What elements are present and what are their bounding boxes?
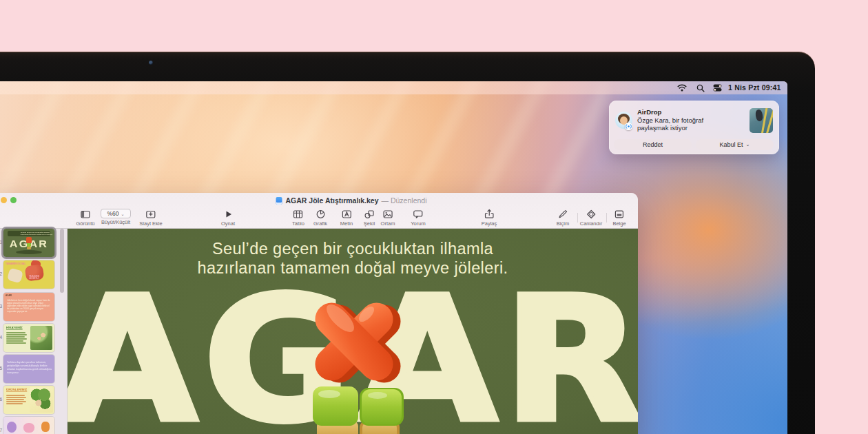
mini-blob <box>41 422 50 432</box>
jelly-stack-graphic <box>300 289 414 434</box>
slide-thumbnail-1[interactable]: Seul’de geçen bir çocukluktan ilhamla ha… <box>3 229 54 257</box>
table-button[interactable]: Tablo <box>292 209 304 227</box>
chart-icon <box>314 209 326 220</box>
mini-text-line <box>6 338 27 340</box>
photo-subject <box>755 109 763 121</box>
chevron-down-icon: ⌄ <box>746 142 750 147</box>
comment-button[interactable]: Yorum <box>411 209 425 227</box>
add-slide-icon <box>145 209 156 220</box>
chevron-down-icon: ⌄ <box>121 211 124 216</box>
mini-photo <box>30 387 53 413</box>
slide-number: 7 <box>0 428 2 433</box>
media-button[interactable]: Ortam <box>381 209 395 227</box>
decline-button[interactable]: Reddet <box>614 139 692 150</box>
laptop-bezel: 1 Nis Pzt 09:41 AirDrop Özge Kara, bir f… <box>0 52 815 434</box>
text-icon <box>341 209 353 220</box>
zoom-dropdown[interactable]: %60⌄ <box>101 209 131 218</box>
table-icon <box>293 209 304 220</box>
slide-number: 3 <box>0 304 2 309</box>
mini-title: ÜRÜNLERİMİZ <box>6 389 27 392</box>
document-icon <box>614 209 626 220</box>
slide-thumbnail-4[interactable]: HİKAYEMİZ <box>3 324 54 352</box>
sidebar-scrollbar[interactable] <box>60 229 64 293</box>
mini-title: HİKAYEMİZ <box>6 327 23 330</box>
chart-button[interactable]: Grafik <box>313 209 327 227</box>
slide-thumbnail-3[interactable]: AGAR Jölelerimiz hem doğal olarak vegan … <box>3 293 54 321</box>
notification-message-line2: paylaşmak istiyor <box>637 124 688 132</box>
wifi-icon[interactable] <box>677 84 687 92</box>
mini-text-line <box>6 403 23 404</box>
airdrop-notification[interactable]: AirDrop Özge Kara, bir fotoğraf paylaşma… <box>609 101 779 154</box>
control-center-icon[interactable] <box>713 84 722 92</box>
mini-jelly-cream <box>7 268 23 283</box>
toolbar-separator <box>577 213 578 223</box>
minimize-button[interactable] <box>1 197 7 203</box>
mini-jelly-tan <box>27 247 31 249</box>
slide-thumbnail-2[interactable]: TAMAMEN DOĞAL TAMAMEN LEZZETLİ <box>3 260 54 289</box>
keynote-window: AGAR Jöle Atıştırmalık.key— Düzenlendi G… <box>0 193 638 434</box>
notification-message-line1: Özge Kara, bir fotoğraf <box>637 116 703 124</box>
search-icon[interactable] <box>696 84 705 92</box>
animate-button[interactable]: Canlandır <box>580 209 603 227</box>
mini-blob <box>23 423 34 433</box>
menu-bar-clock[interactable]: 1 Nis Pzt 09:41 <box>728 83 781 92</box>
mini-text-line <box>6 395 25 396</box>
slide-number: 4 <box>0 335 2 340</box>
mini-photo <box>30 326 52 350</box>
airdrop-badge-icon <box>625 123 632 130</box>
mini-text-line <box>6 397 26 398</box>
toolbar-separator <box>606 213 607 223</box>
slide-thumbnail-6[interactable]: ÜRÜNLERİMİZ <box>3 386 54 414</box>
notification-title: AirDrop <box>637 108 661 116</box>
mini-jelly-shadow <box>16 250 42 254</box>
accept-button[interactable]: Kabul Et⌄ <box>696 139 774 150</box>
play-button[interactable]: Oynat <box>221 209 235 227</box>
slide-heading-line1: Seul’de geçen bir çocukluktan ilhamla <box>68 240 638 259</box>
shared-photo-thumbnail <box>750 108 773 133</box>
mini-text-line <box>6 332 25 333</box>
shape-button[interactable]: Şekil <box>364 209 375 227</box>
slide-number: 6 <box>0 397 2 402</box>
menu-bar: 1 Nis Pzt 09:41 <box>0 81 787 94</box>
window-chrome: AGAR Jöle Atıştırmalık.key— Düzenlendi G… <box>0 193 638 229</box>
mini-text-line <box>6 342 26 344</box>
mini-paragraph: Tatlılara duyulan çocuksu tutkunun, yeti… <box>7 360 53 374</box>
view-icon <box>79 209 91 220</box>
mini-text-line <box>6 336 25 338</box>
document-button[interactable]: Belge <box>612 209 626 227</box>
media-icon <box>382 209 394 220</box>
format-brush-icon <box>557 209 569 220</box>
mini-heading-box: Seul’de geçen bir çocukluktan ilhamla ha… <box>8 231 50 236</box>
mini-paragraph: Jölelerimiz hem doğal olarak vegan hem d… <box>7 299 52 313</box>
format-button[interactable]: Biçim <box>557 209 569 227</box>
slide-thumbnail-5[interactable]: Tatlılara duyulan çocuksu tutkunun, yeti… <box>3 355 54 383</box>
slide-number: 2 <box>0 271 2 276</box>
slide-navigator: 1 Seul’de geçen bir çocukluktan ilhamla … <box>0 229 68 434</box>
jelly-x <box>309 296 408 390</box>
modified-status: — Düzenlendi <box>382 196 427 205</box>
mini-label: TAMAMEN DOĞAL <box>6 262 25 265</box>
zoom-control[interactable]: %60⌄ Büyüt/Küçült <box>101 209 131 225</box>
share-icon <box>483 209 495 220</box>
mini-text-line <box>6 401 26 402</box>
screen: 1 Nis Pzt 09:41 AirDrop Özge Kara, bir f… <box>0 81 787 434</box>
mini-header: AGAR <box>6 294 12 296</box>
slide-number: 5 <box>0 366 2 371</box>
mini-text-line <box>6 340 23 342</box>
zoom-window-button[interactable] <box>10 197 17 203</box>
shape-icon <box>364 209 375 220</box>
add-slide-button[interactable]: Slayt Ekle <box>139 209 162 227</box>
slide-number: 1 <box>0 240 2 245</box>
keynote-doc-icon <box>276 197 282 205</box>
comment-icon <box>413 209 424 220</box>
share-button[interactable]: Paylaş <box>482 209 497 227</box>
webcam <box>149 61 153 65</box>
view-button[interactable]: Görüntü <box>76 209 94 227</box>
mini-text-line <box>6 399 24 400</box>
slide-canvas[interactable]: Seul’de geçen bir çocukluktan ilhamla ha… <box>68 229 638 434</box>
mini-text-line <box>6 334 27 335</box>
slide-thumbnail-7[interactable] <box>3 417 54 434</box>
mini-blob <box>7 422 17 433</box>
text-button[interactable]: Metin <box>340 209 353 227</box>
animate-icon <box>586 209 597 220</box>
